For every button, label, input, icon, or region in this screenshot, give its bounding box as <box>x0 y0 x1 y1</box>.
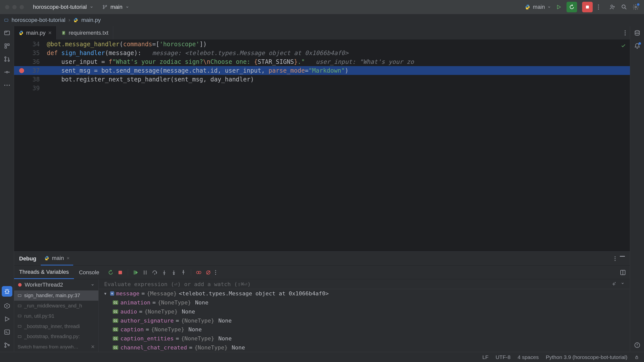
close-window-button[interactable] <box>5 5 9 9</box>
run-config-selector[interactable]: main <box>525 4 551 10</box>
thread-selector[interactable]: WorkerThread2 <box>14 279 98 291</box>
interpreter-status[interactable]: Python 3.9 (horoscope-bot-tutorial) <box>546 354 627 360</box>
close-hint-icon[interactable]: ✕ <box>91 344 95 350</box>
step-into-icon[interactable] <box>161 269 167 276</box>
settings-button[interactable] <box>632 4 639 10</box>
gutter-line-39[interactable]: 39 <box>14 85 47 92</box>
stack-frame[interactable]: _run_middlewares_and_h <box>14 301 98 311</box>
svg-rect-3 <box>586 6 589 9</box>
svg-point-19 <box>4 85 5 86</box>
problems-tool-icon[interactable] <box>634 342 640 348</box>
line-separator-status[interactable]: LF <box>482 354 489 360</box>
resume-program-icon[interactable] <box>133 269 139 276</box>
frame-icon <box>18 324 22 328</box>
python-icon <box>525 4 530 10</box>
structure-tool-icon[interactable] <box>3 42 11 50</box>
project-tool-icon[interactable] <box>3 29 11 37</box>
variable-row[interactable]: 01 author_signature = {NoneType} None <box>99 316 630 325</box>
mute-breakpoints-icon[interactable] <box>205 269 211 276</box>
variable-row[interactable]: 01 audio = {NoneType} None <box>99 307 630 316</box>
minimize-window-button[interactable] <box>12 5 17 9</box>
svg-point-16 <box>5 60 6 61</box>
gutter-line-37[interactable]: 37 <box>14 67 47 74</box>
debug-rerun-button[interactable] <box>567 2 577 12</box>
pause-program-icon[interactable] <box>142 269 148 276</box>
variable-row[interactable]: 01 caption = {NoneType} None <box>99 325 630 334</box>
tab-main-py[interactable]: main.py ✕ <box>14 26 57 39</box>
more-vert-icon[interactable] <box>598 4 599 10</box>
tab-requirements-txt[interactable]: requirements.txt <box>57 26 113 39</box>
view-breakpoints-icon[interactable] <box>196 269 202 276</box>
breadcrumb-root[interactable]: horoscope-bot-tutorial <box>12 17 65 23</box>
threads-variables-tab[interactable]: Threads & Variables <box>14 266 74 279</box>
run-icon[interactable] <box>556 4 561 10</box>
variables-column: Evaluate expression (⏎) or add a watch (… <box>99 279 630 352</box>
lock-icon[interactable] <box>634 355 639 359</box>
breakpoint-indicator[interactable] <box>19 68 24 73</box>
services-tool-icon[interactable] <box>3 302 11 310</box>
debug-tool-icon[interactable] <box>2 286 12 297</box>
notifications-tool-icon[interactable] <box>634 43 640 49</box>
step-over-icon[interactable] <box>152 269 158 276</box>
stop-button[interactable] <box>582 2 593 12</box>
variable-row[interactable]: 01 channel_chat_created = {NoneType} Non… <box>99 343 630 352</box>
evaluate-expression-input[interactable]: Evaluate expression (⏎) or add a watch (… <box>104 281 251 287</box>
commit-tool-icon[interactable] <box>3 68 11 76</box>
variable-row[interactable]: 01 caption_entities = {NoneType} None <box>99 334 630 343</box>
more-vert-icon[interactable] <box>215 270 216 275</box>
step-out-icon[interactable] <box>180 269 186 276</box>
close-tab-icon[interactable]: ✕ <box>48 30 52 36</box>
rerun-debug-icon[interactable] <box>108 269 114 276</box>
encoding-status[interactable]: UTF-8 <box>496 354 511 360</box>
svg-point-30 <box>625 32 626 33</box>
more-vert-icon[interactable] <box>624 30 626 36</box>
gutter-line-34[interactable]: 34 <box>14 41 47 48</box>
svg-point-1 <box>103 8 104 9</box>
search-icon[interactable] <box>621 4 627 10</box>
stop-debug-icon[interactable] <box>117 269 123 276</box>
thread-status-dot <box>18 283 22 287</box>
close-session-icon[interactable]: ✕ <box>66 256 70 261</box>
svg-point-8 <box>622 5 625 8</box>
breadcrumb-separator: › <box>68 17 70 23</box>
branch-selector[interactable]: main <box>102 4 129 10</box>
chevron-down-icon <box>547 5 551 9</box>
add-watch-icon[interactable] <box>611 282 616 287</box>
chevron-down-icon[interactable]: ▾ <box>104 290 108 297</box>
layout-settings-icon[interactable] <box>620 269 626 276</box>
svg-rect-36 <box>118 271 122 274</box>
inspection-ok-icon[interactable] <box>621 43 626 48</box>
indent-status[interactable]: 4 spaces <box>517 354 539 360</box>
gutter-line-38[interactable]: 38 <box>14 76 47 83</box>
svg-rect-42 <box>173 274 175 275</box>
stack-frame[interactable]: run, util.py:91 <box>14 311 98 321</box>
stack-frame[interactable]: _bootstrap, threading.py: <box>14 332 98 342</box>
stack-frame[interactable]: sign_handler, main.py:37 <box>14 291 98 301</box>
more-tools-icon[interactable] <box>3 81 11 89</box>
variable-row[interactable]: 01 animation = {NoneType} None <box>99 298 630 307</box>
stack-frame[interactable]: _bootstrap_inner, threadi <box>14 321 98 332</box>
svg-rect-52 <box>18 305 21 307</box>
vcs-tool-icon[interactable] <box>3 341 11 349</box>
code-editor[interactable]: 34 @bot.message_handler(commands=['horos… <box>14 40 630 251</box>
text-file-icon <box>61 30 66 35</box>
project-selector[interactable]: horoscope-bot-tutorial <box>33 4 93 10</box>
zoom-window-button[interactable] <box>20 5 24 9</box>
database-tool-icon[interactable] <box>634 30 640 36</box>
breadcrumb-file[interactable]: main.py <box>81 17 101 23</box>
minimize-panel-icon[interactable] <box>620 256 625 257</box>
svg-rect-53 <box>18 315 21 317</box>
chevron-down-icon[interactable] <box>621 282 624 285</box>
code-with-me-icon[interactable] <box>609 4 616 10</box>
run-tool-icon[interactable] <box>3 315 11 323</box>
more-vert-icon[interactable] <box>614 256 616 261</box>
gutter-line-35[interactable]: 35 <box>14 50 47 57</box>
terminal-tool-icon[interactable] <box>3 328 11 336</box>
step-into-my-code-icon[interactable] <box>171 269 177 276</box>
gutter-line-36[interactable]: 36 <box>14 58 47 65</box>
debug-session-tab[interactable]: main ✕ <box>41 252 73 265</box>
console-tab[interactable]: Console <box>74 266 104 279</box>
svg-point-32 <box>615 256 616 257</box>
pull-requests-icon[interactable] <box>3 55 11 63</box>
variable-row-root[interactable]: ▾ ≡ message = {Message} <telebot.types.M… <box>99 289 630 298</box>
